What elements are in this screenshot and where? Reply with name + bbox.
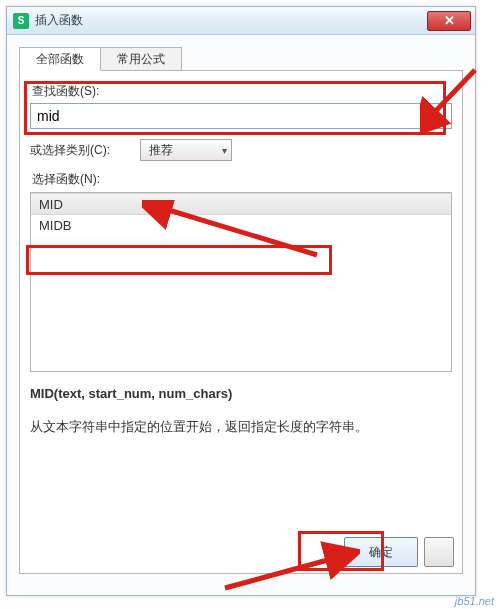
- dialog-window: S 插入函数 ✕ 全部函数 常用公式 查找函数(S): 或选择类别(C):: [6, 6, 476, 596]
- function-name: MID: [39, 197, 63, 212]
- button-label: 确定: [369, 544, 393, 561]
- tab-label: 常用公式: [117, 51, 165, 68]
- watermark: jb51.net: [455, 595, 494, 607]
- list-item[interactable]: MIDB: [31, 215, 451, 237]
- category-row: 或选择类别(C): 推荐 ▾: [30, 139, 452, 161]
- cancel-button[interactable]: [424, 537, 454, 567]
- list-item[interactable]: MID: [31, 193, 451, 215]
- search-input[interactable]: [30, 103, 452, 129]
- function-description: 从文本字符串中指定的位置开始，返回指定长度的字符串。: [30, 419, 452, 436]
- function-signature: MID(text, start_num, num_chars): [30, 386, 452, 401]
- category-selected: 推荐: [149, 142, 173, 159]
- tab-common-formulas[interactable]: 常用公式: [100, 47, 182, 71]
- window-title: 插入函数: [35, 12, 427, 29]
- function-listbox[interactable]: MID MIDB: [30, 192, 452, 372]
- search-label: 查找函数(S):: [32, 83, 452, 100]
- chevron-down-icon: ▾: [222, 145, 227, 156]
- app-icon: S: [13, 13, 29, 29]
- category-combo[interactable]: 推荐 ▾: [140, 139, 232, 161]
- select-function-label: 选择函数(N):: [32, 171, 452, 188]
- search-wrap: [30, 103, 452, 129]
- close-icon: ✕: [444, 13, 455, 28]
- tab-label: 全部函数: [36, 51, 84, 68]
- tab-bar: 全部函数 常用公式: [19, 47, 463, 71]
- category-label: 或选择类别(C):: [30, 142, 140, 159]
- ok-button[interactable]: 确定: [344, 537, 418, 567]
- tab-all-functions[interactable]: 全部函数: [19, 47, 101, 71]
- close-button[interactable]: ✕: [427, 11, 471, 31]
- button-row: 确定: [344, 537, 454, 567]
- tab-content: 查找函数(S): 或选择类别(C): 推荐 ▾ 选择函数(N): MID MID…: [19, 71, 463, 574]
- function-name: MIDB: [39, 218, 72, 233]
- dialog-body: 全部函数 常用公式 查找函数(S): 或选择类别(C): 推荐 ▾ 选择函数(N…: [7, 35, 475, 595]
- title-bar: S 插入函数 ✕: [7, 7, 475, 35]
